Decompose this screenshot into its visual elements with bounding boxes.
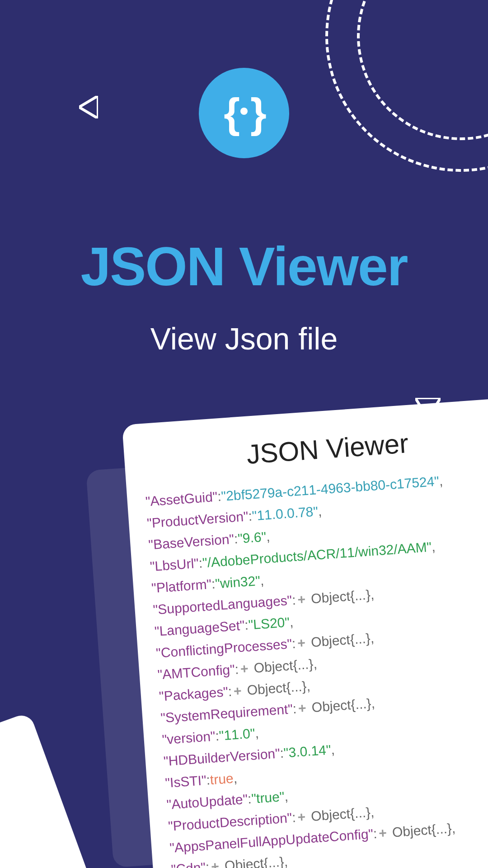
json-content: "AssetGuid":"2bf5279a-c211-4963-bb80-c17… bbox=[145, 465, 488, 868]
json-viewer-card: JSON Viewer "AssetGuid":"2bf5279a-c211-4… bbox=[122, 396, 488, 868]
decorative-corner bbox=[0, 712, 91, 868]
app-logo: {} bbox=[199, 68, 289, 158]
hero-title: JSON Viewer bbox=[0, 235, 488, 297]
hero-subtitle: View Json file bbox=[0, 321, 488, 356]
card-title: JSON Viewer bbox=[141, 420, 488, 477]
braces-icon: {} bbox=[224, 90, 264, 137]
svg-marker-1 bbox=[79, 96, 98, 118]
triangle-left-icon bbox=[79, 96, 98, 120]
